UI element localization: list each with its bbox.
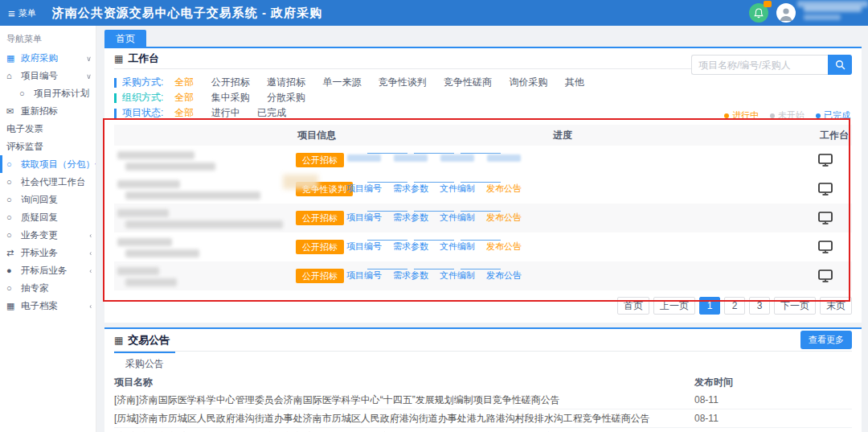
sidebar-item[interactable]: ○ 业务变更 ‹ [0, 226, 96, 244]
announcement-title[interactable]: [历城]济南市历城区人民政府港沟街道办事处济南市历城区人民政府港沟街道办事处港九… [114, 412, 694, 426]
step-label [440, 154, 474, 162]
workbench-title: 工作台 [128, 51, 159, 66]
sidebar-item[interactable]: ○ 获取项目（分包）信息 [0, 155, 96, 173]
sidebar: 导航菜单 ▦ 政府采购 ∨ ⌂ 项目编号 ∨ [0, 26, 96, 432]
filter-option[interactable]: 集中采购 [211, 92, 250, 103]
page-button[interactable]: 2 [724, 297, 745, 315]
sidebar-item[interactable]: 评标监督 [0, 138, 96, 155]
filter-option[interactable]: 询价采购 [509, 76, 547, 88]
search-icon [835, 60, 845, 70]
filter-option[interactable]: 分散采购 [267, 92, 305, 103]
workbench-monitor-icon[interactable] [818, 154, 833, 170]
project-row[interactable]: 公开招标 项目编号 [114, 204, 852, 232]
announcement-title[interactable]: [济南]济南国际医学科学中心管理委员会济南国际医学科学中心“十四五”发展规划编制… [114, 393, 694, 407]
circle-icon: ○ [6, 177, 18, 187]
project-row[interactable]: 公开招标 项目编号 [114, 232, 852, 261]
sidebar-item-label: 电子发票 [6, 123, 43, 135]
step-label: 文件编制 [434, 241, 481, 253]
workbench-monitor-icon[interactable] [818, 241, 833, 257]
filter-option[interactable]: 竞争性谈判 [379, 76, 427, 88]
sidebar-item[interactable]: ✉ 重新招标 [0, 102, 96, 120]
column-publish-date: 发布时间 [694, 376, 852, 389]
sidebar-item[interactable]: ○ 抽专家 [0, 279, 96, 297]
legend-dot [816, 113, 821, 118]
filter-option[interactable]: 竞争性磋商 [444, 76, 492, 88]
progress-step[interactable] [481, 150, 527, 162]
legend-item: 未开始 [770, 109, 805, 121]
redacted-project-title [117, 151, 194, 159]
sidebar-item[interactable]: ○ 质疑回复 [0, 208, 96, 226]
progress-step[interactable]: 发布公告 [481, 237, 527, 253]
search-input[interactable] [691, 55, 828, 75]
filter-accent-bar [114, 78, 117, 88]
page-button[interactable]: 首页 [617, 297, 649, 315]
page-button[interactable]: 下一页 [774, 297, 816, 315]
tab-procurement-announcements[interactable]: 采购公告 [114, 352, 175, 371]
page-button[interactable]: 3 [749, 297, 770, 315]
sidebar-item[interactable]: ⌂ 项目编号 ∨ [0, 67, 96, 84]
sidebar-item[interactable]: ○ 项目开标计划 [0, 84, 96, 102]
legend-dot [770, 113, 775, 118]
sidebar-item[interactable]: ○ 社会代理工作台 [0, 173, 96, 191]
sidebar-item[interactable]: ▦ 政府采购 ∨ [0, 49, 96, 67]
circle-icon: ○ [6, 159, 18, 169]
filter-option[interactable]: 公开招标 [211, 76, 250, 88]
status-legend: 进行中 未开始 已完成 [724, 109, 850, 121]
app-title: 济南公共资源交易中心电子交易系统 - 政府采购 [52, 6, 322, 21]
column-progress: 进度 [553, 125, 572, 146]
grid-icon: ▦ [114, 335, 123, 346]
progress-stepper [341, 150, 527, 162]
progress-stepper: 项目编号 需求参数 [341, 266, 527, 282]
announcement-row[interactable]: [历城]济南市历城区人民政府港沟街道办事处济南市历城区人民政府港沟街道办事处港九… [114, 409, 852, 428]
sidebar-item[interactable]: ○ 询问回复 [0, 191, 96, 208]
progress-step[interactable]: 发布公告 [481, 179, 527, 195]
view-more-button[interactable]: 查看更多 [800, 331, 852, 349]
chevron-icon: ‹ [89, 302, 92, 310]
sidebar-nav-title: 导航菜单 [0, 27, 96, 49]
legend-dot [724, 113, 729, 118]
project-row[interactable]: 公开招标 [114, 146, 852, 175]
step-label: 需求参数 [387, 269, 434, 282]
page-button[interactable]: 末页 [820, 297, 852, 315]
legend-item: 已完成 [816, 109, 850, 121]
filter-option[interactable]: 全部 [174, 76, 194, 88]
step-label: 项目编号 [341, 269, 387, 282]
sidebar-item[interactable]: ● 开标后业务 ‹ [0, 261, 96, 279]
redacted-project-detail [125, 249, 199, 257]
progress-step[interactable]: 发布公告 [481, 266, 527, 282]
filter-row: 组织方式: 全部 集中采购 分散采购 [114, 90, 852, 105]
page-button[interactable]: 上一页 [653, 297, 695, 315]
sidebar-item-label: 获取项目（分包）信息 [21, 158, 96, 171]
sidebar-item-label: 质疑回复 [21, 212, 58, 224]
avatar[interactable] [776, 3, 796, 23]
workbench-monitor-icon[interactable] [818, 212, 833, 228]
notifications-button[interactable] [749, 3, 768, 23]
circle-icon: ○ [6, 195, 18, 204]
circle-icon: ○ [19, 88, 31, 98]
search-button[interactable] [828, 55, 852, 75]
filter-row: 采购方式: 全部 公开招标 邀请招标 单一来源 [114, 75, 852, 90]
filter-option[interactable]: 已完成 [257, 107, 286, 118]
progress-step[interactable]: 发布公告 [481, 208, 527, 224]
sidebar-item[interactable]: ⇄ 开标业务 ‹ [0, 244, 96, 261]
sidebar-item-label: 业务变更 [21, 229, 58, 241]
workbench-monitor-icon[interactable] [818, 183, 833, 199]
sidebar-item[interactable]: ▦ 电子档案 ‹ [0, 297, 96, 315]
announcement-row[interactable]: [济南]济南国际医学科学中心管理委员会济南国际医学科学中心“十四五”发展规划编制… [114, 391, 852, 409]
announcement-row[interactable]: [章丘]济南市章丘区第一中学山东省济南市章丘区第一中学男生宿舍楼水路改造工程采购… [114, 428, 852, 432]
sidebar-item[interactable]: 电子发票 [0, 120, 96, 138]
filter-option[interactable]: 其他 [565, 76, 584, 88]
step-label [394, 154, 428, 162]
project-row[interactable]: 公开招标 项目编号 [114, 261, 852, 290]
filter-option[interactable]: 单一来源 [322, 76, 361, 88]
workbench-monitor-icon[interactable] [818, 269, 833, 286]
step-label: 文件编制 [434, 269, 481, 282]
page-button[interactable]: 1 [699, 297, 720, 315]
filter-option[interactable]: 邀请招标 [267, 76, 305, 88]
project-row[interactable]: 竞争性谈判 项目编号 [114, 175, 852, 204]
filter-option[interactable]: 全部 [174, 107, 194, 118]
filter-option[interactable]: 全部 [174, 92, 194, 103]
step-label: 项目编号 [341, 183, 387, 195]
filter-option[interactable]: 进行中 [211, 107, 240, 118]
menu-toggle-button[interactable]: ≡ 菜单 [8, 7, 36, 19]
